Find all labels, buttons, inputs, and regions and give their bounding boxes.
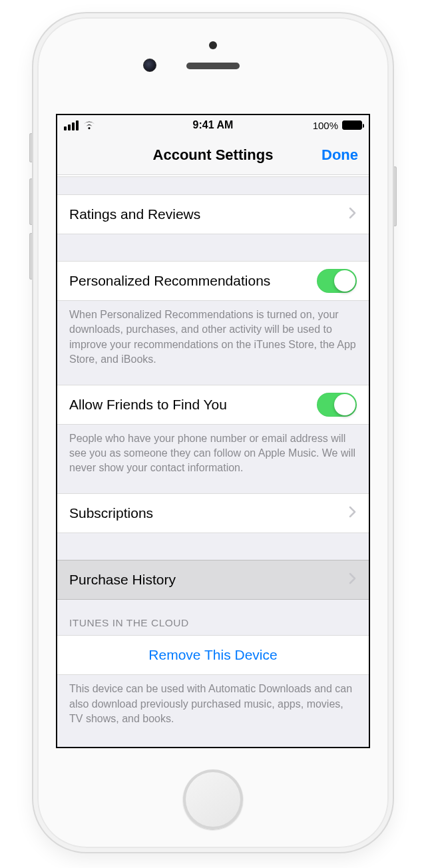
allow-friends-row[interactable]: Allow Friends to Find You xyxy=(57,385,369,425)
earpiece-speaker xyxy=(186,63,240,69)
front-camera xyxy=(143,59,156,72)
subscriptions-label: Subscriptions xyxy=(69,505,343,521)
home-button[interactable] xyxy=(183,769,243,829)
battery-percent: 100% xyxy=(313,120,338,131)
proximity-sensor xyxy=(209,41,217,49)
allow-friends-footer: People who have your phone number or ema… xyxy=(57,425,369,493)
battery-icon xyxy=(342,120,362,130)
allow-friends-label: Allow Friends to Find You xyxy=(69,397,317,413)
power-button xyxy=(393,166,397,226)
chevron-right-icon xyxy=(349,206,357,223)
purchase-history-label: Purchase History xyxy=(69,572,343,588)
remove-this-device-row[interactable]: Remove This Device xyxy=(57,635,369,675)
screen: 9:41 AM 100% Account Settings Done Ratin… xyxy=(56,114,370,748)
remove-this-device-footer: This device can be used with Automatic D… xyxy=(57,675,369,729)
nav-title: Account Settings xyxy=(153,146,274,164)
nav-bar: Account Settings Done xyxy=(57,135,369,175)
personalized-recommendations-label: Personalized Recommendations xyxy=(69,273,317,289)
cell-signal-icon xyxy=(64,120,79,130)
wifi-icon xyxy=(83,120,96,130)
chevron-right-icon xyxy=(349,505,357,522)
done-button[interactable]: Done xyxy=(321,146,358,164)
itunes-in-the-cloud-header: iTunes in the Cloud xyxy=(57,600,369,636)
subscriptions-row[interactable]: Subscriptions xyxy=(57,493,369,533)
ratings-and-reviews-label: Ratings and Reviews xyxy=(69,206,343,222)
remove-this-device-label: Remove This Device xyxy=(148,647,277,663)
settings-content[interactable]: Ratings and Reviews Personalized Recomme… xyxy=(57,175,369,730)
ratings-and-reviews-row[interactable]: Ratings and Reviews xyxy=(57,194,369,234)
allow-friends-toggle[interactable] xyxy=(317,393,357,417)
personalized-recommendations-row[interactable]: Personalized Recommendations xyxy=(57,261,369,301)
status-time: 9:41 AM xyxy=(144,119,282,131)
personalized-recommendations-footer: When Personalized Recommendations is tur… xyxy=(57,301,369,385)
purchase-history-row[interactable]: Purchase History xyxy=(57,560,369,600)
phone-bezel: 9:41 AM 100% Account Settings Done Ratin… xyxy=(37,17,389,848)
phone-frame: 9:41 AM 100% Account Settings Done Ratin… xyxy=(33,13,393,852)
chevron-right-icon xyxy=(349,571,357,588)
personalized-recommendations-toggle[interactable] xyxy=(317,269,357,293)
status-bar: 9:41 AM 100% xyxy=(57,115,369,135)
